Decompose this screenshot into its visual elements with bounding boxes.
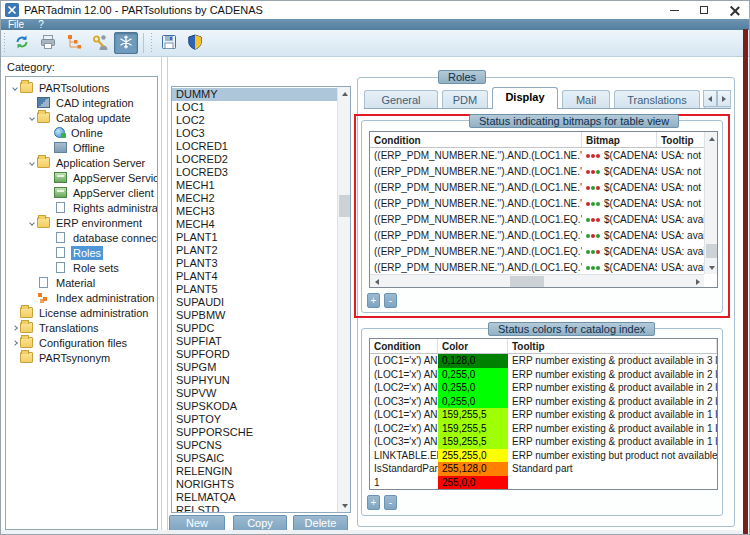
scrollbar-thumb[interactable] (339, 195, 350, 217)
list-item[interactable]: LOC3 (172, 127, 337, 140)
list-item[interactable]: SUPPORSCHE (172, 426, 337, 439)
chevron-expanded-icon[interactable] (27, 161, 37, 165)
list-item[interactable]: SUPCNS (172, 439, 337, 452)
table-row[interactable]: (LOC3='x') AN...0,255,0ERP number existi… (370, 395, 717, 409)
tree-item-database-connection[interactable]: database connection (6, 230, 157, 245)
scroll-down-icon[interactable] (338, 499, 351, 512)
list-item[interactable]: SUPFIAT (172, 335, 337, 348)
list-item[interactable]: RELMATQA (172, 491, 337, 504)
list-item[interactable]: LOCRED1 (172, 140, 337, 153)
table-row[interactable]: (LOC3='x') AN...159,255,5ERP number exis… (370, 435, 717, 449)
tab-mail[interactable]: Mail (562, 90, 610, 109)
tree-item-appserver-client[interactable]: AppServer client (6, 185, 157, 200)
tab-scroll-right-icon[interactable] (717, 90, 731, 107)
list-item[interactable]: NORIGHTS (172, 478, 337, 491)
tree-item-index-administration[interactable]: Index administration (6, 290, 157, 305)
menu-help[interactable]: ? (31, 19, 51, 30)
remove-row-button[interactable]: - (384, 293, 397, 308)
scrollbar-thumb[interactable] (510, 276, 544, 287)
list-item[interactable]: MECH3 (172, 205, 337, 218)
list-item[interactable]: PLANT1 (172, 231, 337, 244)
tree-item-cad-integration[interactable]: CAD integration (6, 95, 157, 110)
list-item[interactable]: RELSTD (172, 504, 337, 512)
scroll-up-icon[interactable] (705, 132, 718, 145)
snowflake-button[interactable] (114, 32, 138, 54)
shield-button[interactable] (183, 32, 207, 54)
close-button[interactable] (719, 1, 749, 19)
table-row[interactable]: ((ERP_PDM_NUMBER.NE.'').AND.(LOC1.NE.'x'… (370, 164, 717, 180)
tree-item-configuration-files[interactable]: Configuration files (6, 335, 157, 350)
table-row[interactable]: (LOC2='x') AN...159,255,5ERP number exis… (370, 422, 717, 436)
list-item[interactable]: SUPBMW (172, 309, 337, 322)
table-row[interactable]: ((ERP_PDM_NUMBER.NE.'').AND.(LOC1.EQ.'x'… (370, 228, 717, 244)
tree-item-roles[interactable]: Roles (6, 245, 157, 260)
bitmaps-table-vscrollbar[interactable] (704, 132, 717, 274)
refresh-button[interactable] (10, 32, 34, 54)
list-item[interactable]: MECH2 (172, 192, 337, 205)
tree-item-material[interactable]: Material (6, 275, 157, 290)
list-item[interactable]: SUPVW (172, 387, 337, 400)
splitter[interactable] (161, 57, 168, 532)
list-item[interactable]: MECH1 (172, 179, 337, 192)
chevron-expanded-icon[interactable] (27, 116, 37, 120)
tree-item-erp-environment[interactable]: ERP environment (6, 215, 157, 230)
tree-item-appserver-service[interactable]: AppServer Service (6, 170, 157, 185)
list-item[interactable]: SUPTOY (172, 413, 337, 426)
table-row[interactable]: IsStandardPart()255,128,0Standard part (370, 462, 717, 476)
list-item[interactable]: SUPAUDI (172, 296, 337, 309)
list-item[interactable]: LOC1 (172, 101, 337, 114)
tree-item-license-administration[interactable]: License administration (6, 305, 157, 320)
menu-file[interactable]: File (1, 19, 31, 30)
printer-button[interactable] (36, 32, 60, 54)
table-row[interactable]: ((ERP_PDM_NUMBER.NE.'').AND.(LOC1.NE.'x'… (370, 196, 717, 212)
list-item[interactable]: SUPDC (172, 322, 337, 335)
scroll-left-icon[interactable] (370, 275, 383, 288)
list-item[interactable]: RELENGIN (172, 465, 337, 478)
list-item[interactable]: SUPFORD (172, 348, 337, 361)
tree-item-translations[interactable]: Translations (6, 320, 157, 335)
chevron-collapsed-icon[interactable] (10, 326, 20, 330)
table-row[interactable]: ((ERP_PDM_NUMBER.NE.'').AND.(LOC1.NE.'x'… (370, 180, 717, 196)
roles-list-scrollbar[interactable] (337, 87, 350, 512)
list-item[interactable]: DUMMY (172, 88, 337, 101)
list-item[interactable]: MECH4 (172, 218, 337, 231)
list-item[interactable]: LOCRED3 (172, 166, 337, 179)
tree-item-offline[interactable]: Offline (6, 140, 157, 155)
add-row-button[interactable]: + (367, 293, 380, 308)
add-row-button[interactable]: + (367, 495, 380, 510)
bitmaps-table-hscrollbar[interactable] (370, 274, 704, 287)
table-row[interactable]: ((ERP_PDM_NUMBER.NE.'').AND.(LOC1.EQ.'x'… (370, 244, 717, 260)
table-row[interactable]: (LOC1='x') AN...0,255,0ERP number existi… (370, 368, 717, 382)
table-row[interactable]: (LOC2='x') AN...0,255,0ERP number existi… (370, 381, 717, 395)
tree-item-partsolutions[interactable]: PARTsolutions (6, 80, 157, 95)
list-item[interactable]: LOCRED2 (172, 153, 337, 166)
chevron-expanded-icon[interactable] (10, 86, 20, 90)
scroll-down-icon[interactable] (705, 261, 718, 274)
remove-row-button[interactable]: - (384, 495, 397, 510)
tree-item-online[interactable]: Online (6, 125, 157, 140)
table-row[interactable]: ((ERP_PDM_NUMBER.NE.'').AND.(LOC1.NE.'x'… (370, 148, 717, 164)
tab-pdm[interactable]: PDM (442, 90, 488, 109)
tab-translations[interactable]: Translations (614, 90, 700, 109)
tab-general[interactable]: General (364, 90, 438, 109)
list-item[interactable]: SUPSAIC (172, 452, 337, 465)
list-item[interactable]: SUPSKODA (172, 400, 337, 413)
scrollbar-thumb[interactable] (706, 244, 717, 258)
tree-item-catalog-update[interactable]: Catalog update (6, 110, 157, 125)
table-row[interactable]: LINKTABLE.ERP...255,255,0ERP number exis… (370, 449, 717, 463)
index-button[interactable] (62, 32, 86, 54)
tree-item-application-server[interactable]: Application Server (6, 155, 157, 170)
table-row[interactable]: ((ERP_PDM_NUMBER.NE.'').AND.(LOC1.EQ.'x'… (370, 212, 717, 228)
list-item[interactable]: LOC2 (172, 114, 337, 127)
tree-item-rights-administration[interactable]: Rights administration (6, 200, 157, 215)
scroll-up-icon[interactable] (338, 87, 351, 100)
list-item[interactable]: SUPHYUN (172, 374, 337, 387)
list-item[interactable]: PLANT4 (172, 270, 337, 283)
tab-scroll-left-icon[interactable] (703, 90, 717, 107)
list-item[interactable]: PLANT5 (172, 283, 337, 296)
list-item[interactable]: PLANT3 (172, 257, 337, 270)
table-row[interactable]: (LOC1='x') AN...0,128,0ERP number existi… (370, 354, 717, 368)
list-item[interactable]: PLANT2 (172, 244, 337, 257)
minimize-button[interactable] (659, 1, 689, 19)
table-row[interactable]: (LOC1='x') AN...159,255,5ERP number exis… (370, 408, 717, 422)
